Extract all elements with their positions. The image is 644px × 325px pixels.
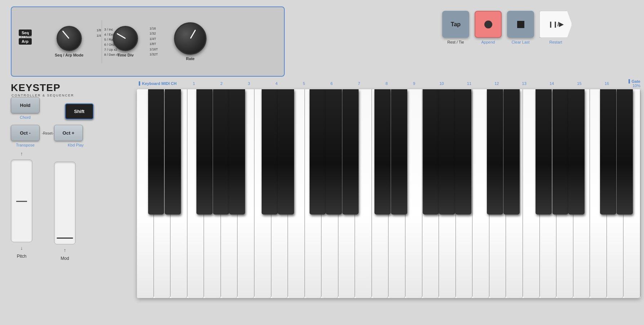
mod-slider-container: ↑ Mod <box>54 151 76 261</box>
step-14: 14 <box>538 81 565 86</box>
mod-slider-track[interactable] <box>54 162 76 244</box>
mod-slider-thumb <box>57 238 73 239</box>
record-container: Append <box>475 11 502 44</box>
timediv-label: Time Div <box>117 53 134 57</box>
step-15: 15 <box>565 81 593 86</box>
black-key-22[interactable] <box>617 89 633 215</box>
white-key-17[interactable] <box>405 89 422 298</box>
black-key-6[interactable] <box>262 89 278 215</box>
midi-ch-label: Keyboard MIDI CH <box>139 81 177 86</box>
rest-tie-label: Rest / Tie <box>447 40 464 44</box>
black-key-1[interactable] <box>148 89 164 215</box>
rate-section: Rate <box>174 22 206 61</box>
keyboard-header: Keyboard MIDI CH 1 2 3 4 5 6 7 8 9 10 11… <box>137 79 640 88</box>
pitch-slider-track[interactable] <box>11 159 32 242</box>
mode-knob-container: 1 / Up 2 / Dwn 3 / Inc 4 / Exc 5 / Rand … <box>40 26 84 57</box>
tap-container: Tap Rest / Tie <box>442 11 469 44</box>
stop-button[interactable] <box>507 11 534 38</box>
step-7: 7 <box>345 81 373 86</box>
step-13: 13 <box>510 81 538 86</box>
black-key-2[interactable] <box>165 89 181 215</box>
black-key-10[interactable] <box>342 89 359 215</box>
oct-plus-button[interactable]: Oct + <box>54 125 83 141</box>
black-key-18[interactable] <box>536 89 552 215</box>
step-12: 12 <box>483 81 510 86</box>
tap-button[interactable]: Tap <box>442 11 469 38</box>
sequencer-panel: Seq Arp 1 / Up 2 / Dwn 3 / Inc 4 / Exc 5… <box>11 6 285 77</box>
gate-label: Gate <box>629 79 640 83</box>
append-label: Append <box>481 40 495 44</box>
timediv-knob[interactable] <box>113 26 138 51</box>
black-key-16[interactable] <box>487 89 503 215</box>
shift-button[interactable]: Shift <box>65 103 94 119</box>
rate-knob[interactable] <box>174 22 206 55</box>
transport-area: Tap Rest / Tie Append Clear Last ❙❙/▶ Re… <box>442 11 572 44</box>
black-key-19[interactable] <box>552 89 569 215</box>
black-key-14[interactable] <box>439 89 455 215</box>
reset-label: -Reset- <box>42 131 54 135</box>
oct-plus-sublabel: Kbd Play <box>61 143 90 147</box>
timediv-section: 1/8 1/4 1/16 1/32 1/4T 1/8T 1/16T 1/32T … <box>113 26 138 57</box>
step-10: 10 <box>428 81 455 86</box>
timediv-labels-right: 1/16 1/32 1/4T 1/8T 1/16T 1/32T <box>150 26 158 57</box>
divider-1 <box>102 20 102 63</box>
arp-label: Arp <box>22 39 28 44</box>
step-numbers: 1 2 3 4 5 6 7 8 9 10 11 12 13 14 15 16 <box>180 81 621 86</box>
step-3: 3 <box>235 81 263 86</box>
pause-play-icon: ❙❙/▶ <box>548 21 563 28</box>
restart-button[interactable]: ❙❙/▶ <box>539 11 572 38</box>
oct-row: Oct - -Reset- Oct + <box>11 125 133 141</box>
oct-minus-sublabel: Transpose <box>11 143 40 147</box>
pitch-label: Pitch <box>17 254 27 259</box>
gate-value: 10% <box>631 83 640 88</box>
shift-container: Shift <box>65 103 94 119</box>
black-key-15[interactable] <box>455 89 471 215</box>
timediv-labels-left: 1/8 1/4 <box>97 28 101 39</box>
oct-labels-row: Transpose Kbd Play <box>11 143 133 147</box>
black-key-21[interactable] <box>600 89 616 215</box>
black-key-13[interactable] <box>423 89 439 215</box>
step-4: 4 <box>263 81 290 86</box>
black-key-12[interactable] <box>391 89 407 215</box>
piano-keyboard <box>137 89 640 298</box>
keyboard-section: Keyboard MIDI CH 1 2 3 4 5 6 7 8 9 10 11… <box>137 79 640 321</box>
hold-container: Hold Chord <box>11 97 40 119</box>
step-6: 6 <box>318 81 345 86</box>
mod-up-arrow: ↑ <box>64 247 66 253</box>
pitch-slider-container: ↑ ↓ Pitch <box>11 151 32 261</box>
brand-subtitle: CONTROLLER & SEQUENCER <box>12 94 74 97</box>
black-key-4[interactable] <box>213 89 229 215</box>
record-button[interactable] <box>475 11 502 38</box>
step-8: 8 <box>373 81 400 86</box>
gate-section: Gate 10% <box>621 79 640 88</box>
black-key-7[interactable] <box>278 89 294 215</box>
hold-sublabel: Chord <box>20 115 31 119</box>
restart-label: Restart <box>549 40 562 44</box>
step-16: 16 <box>593 81 621 86</box>
step-1: 1 <box>180 81 208 86</box>
sliders-row: ↑ ↓ Pitch ↑ Mod <box>11 151 133 261</box>
black-key-11[interactable] <box>374 89 391 215</box>
black-key-3[interactable] <box>196 89 213 215</box>
step-9: 9 <box>400 81 428 86</box>
mod-label: Mod <box>61 256 69 261</box>
hold-button[interactable]: Hold <box>11 97 40 113</box>
black-key-9[interactable] <box>326 89 342 215</box>
seq-arp-section: Seq Arp 1 / Up 2 / Dwn 3 / Inc 4 / Exc 5… <box>19 26 91 57</box>
oct-minus-button[interactable]: Oct - <box>11 125 40 141</box>
record-dot <box>484 21 492 28</box>
stop-icon <box>517 21 524 28</box>
black-key-8[interactable] <box>310 89 326 215</box>
clear-last-label: Clear Last <box>511 40 529 44</box>
step-11: 11 <box>456 81 483 86</box>
black-key-20[interactable] <box>568 89 585 215</box>
rate-label: Rate <box>186 57 195 61</box>
step-2: 2 <box>208 81 235 86</box>
black-key-5[interactable] <box>229 89 245 215</box>
stop-container: Clear Last <box>507 11 534 44</box>
mode-knob-label: Seq / Arp Mode <box>55 53 84 57</box>
keystep-logo: KEYSTEP CONTROLLER & SEQUENCER <box>11 82 74 97</box>
black-key-17[interactable] <box>503 89 520 215</box>
mode-knob[interactable] <box>57 26 82 51</box>
tap-label: Tap <box>451 21 461 28</box>
